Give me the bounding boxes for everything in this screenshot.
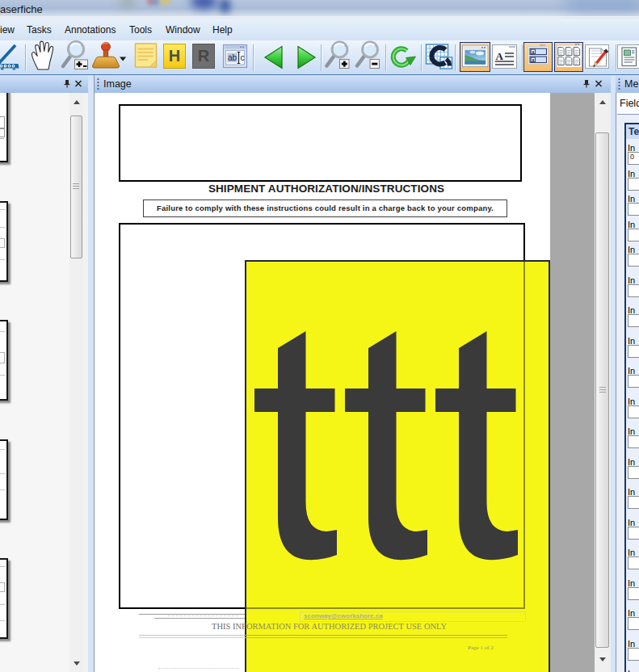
svg-text:ab: ab <box>228 53 238 62</box>
svg-text:A: A <box>496 50 504 62</box>
svg-text:c: c <box>241 53 245 62</box>
